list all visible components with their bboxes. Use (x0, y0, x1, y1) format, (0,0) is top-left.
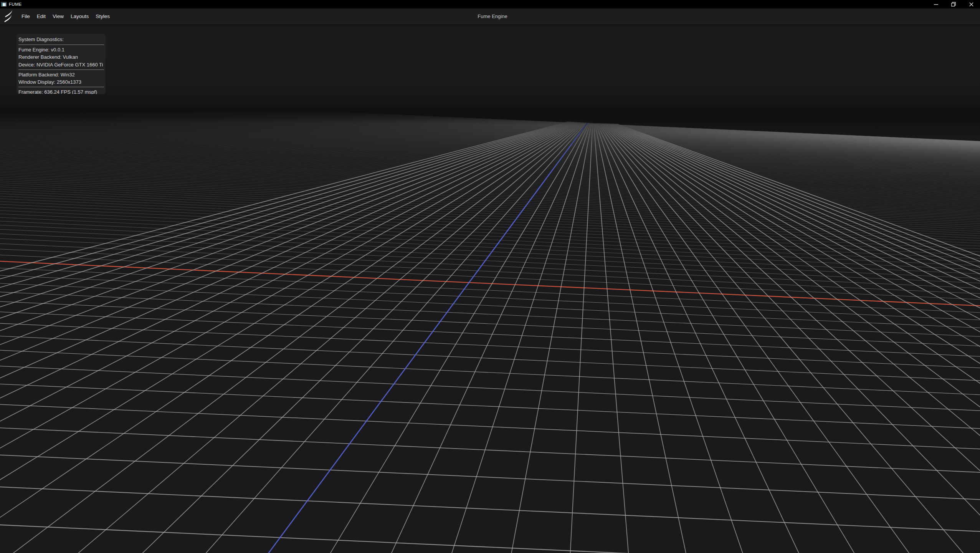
perspective-grid (0, 26, 980, 553)
divider (18, 87, 104, 87)
diag-framerate: Framerate: 636.24 FPS (1.57 mspf) (18, 88, 104, 94)
grid-3d-viewport[interactable] (0, 26, 980, 553)
fume-logo-icon (4, 10, 13, 23)
menu-item-edit[interactable]: Edit (37, 13, 46, 19)
diag-device: Device: NVIDIA GeForce GTX 1660 Ti (18, 61, 104, 68)
menu-item-file[interactable]: File (21, 13, 30, 19)
diag-window-display: Window Display: 2560x1373 (18, 78, 104, 86)
diag-engine-version: Fume Engine: v0.0.1 (18, 46, 104, 53)
divider (18, 70, 104, 70)
divider (18, 45, 104, 45)
diag-platform-backend: Platform Backend: Win32 (18, 71, 104, 78)
engine-title: Fume Engine (478, 8, 507, 24)
window-title: FUME (9, 2, 22, 7)
minimize-button[interactable] (927, 0, 945, 8)
app-window-icon (1, 2, 7, 7)
close-icon (969, 2, 973, 7)
window-controls (927, 0, 980, 8)
minimize-icon (934, 2, 938, 6)
diag-renderer-backend: Renderer Backend: Vulkan (18, 53, 104, 61)
restore-button[interactable] (945, 0, 962, 8)
titlebar: FUME (0, 0, 980, 8)
restore-icon (951, 2, 956, 7)
menu-items: File Edit View Layouts Styles (21, 8, 110, 24)
diagnostics-title: System Diagnostics: (18, 36, 104, 43)
menu-item-styles[interactable]: Styles (96, 13, 110, 19)
menu-item-layouts[interactable]: Layouts (71, 13, 89, 19)
menubar: File Edit View Layouts Styles Fume Engin… (0, 8, 980, 26)
close-button[interactable] (962, 0, 980, 8)
menu-item-view[interactable]: View (53, 13, 64, 19)
system-diagnostics-panel: System Diagnostics: Fume Engine: v0.0.1 … (17, 34, 106, 94)
